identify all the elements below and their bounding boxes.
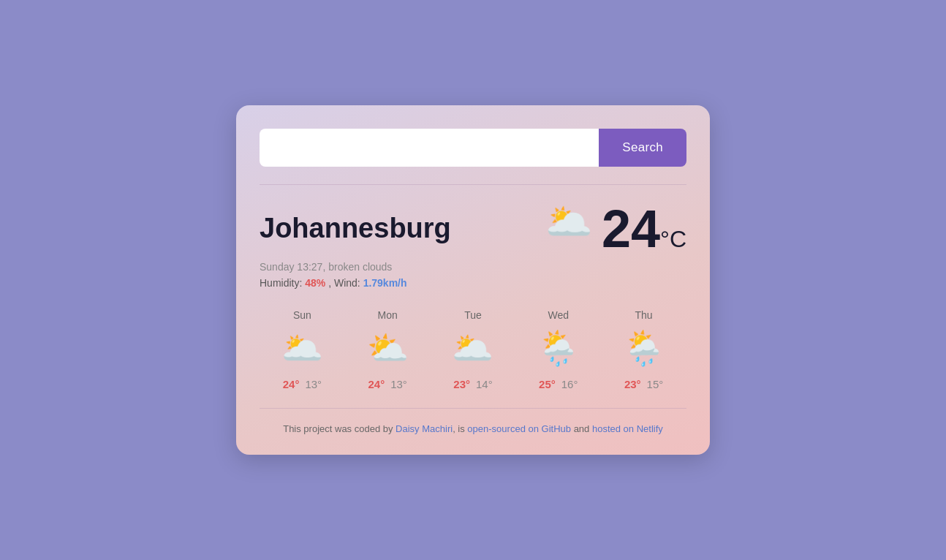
- forecast-temps: 24° 13°: [283, 378, 322, 390]
- footer: This project was coded by Daisy Machiri,…: [260, 423, 686, 434]
- current-weather-icon: 🌥️: [545, 203, 593, 241]
- city-name: Johannesburg: [260, 213, 451, 244]
- day-label: Sun: [293, 309, 311, 321]
- github-link[interactable]: open-sourced on GitHub: [467, 423, 571, 434]
- weather-card: Johannesburg Search Johannesburg 🌥️ 24°C…: [236, 105, 710, 455]
- temperature-value: 24: [602, 200, 660, 258]
- footer-text-middle: , is: [453, 423, 467, 434]
- forecast-high: 23°: [453, 378, 470, 390]
- search-input[interactable]: Johannesburg: [260, 129, 599, 167]
- forecast-high: 24°: [368, 378, 385, 390]
- day-label: Mon: [378, 309, 398, 321]
- day-label: Tue: [464, 309, 482, 321]
- search-button[interactable]: Search: [599, 129, 686, 167]
- forecast-high: 25°: [539, 378, 556, 390]
- city-info: Johannesburg: [260, 213, 451, 244]
- weather-description: Sunday 13:27, broken clouds: [260, 261, 686, 273]
- temperature-unit: °C: [660, 226, 686, 252]
- humidity-value: 48%: [305, 277, 325, 289]
- footer-text-before: This project was coded by: [283, 423, 396, 434]
- forecast-temps: 25° 16°: [539, 378, 578, 390]
- day-label: Thu: [635, 309, 653, 321]
- forecast-day-tue: Tue 🌥️ 23° 14°: [431, 309, 516, 390]
- forecast-low: 13°: [305, 378, 322, 390]
- forecast-low: 14°: [476, 378, 493, 390]
- forecast-row: Sun 🌥️ 24° 13° Mon ⛅ 24° 13° Tue 🌥️ 23° …: [260, 309, 686, 390]
- forecast-icon: 🌦️: [537, 331, 579, 365]
- forecast-high: 24°: [283, 378, 300, 390]
- day-label: Wed: [548, 309, 570, 321]
- weather-header: Johannesburg 🌥️ 24°C: [260, 203, 686, 255]
- wind-value: 1.79km/h: [363, 277, 407, 289]
- divider-top: [260, 184, 686, 185]
- author-link[interactable]: Daisy Machiri: [396, 423, 453, 434]
- forecast-low: 15°: [647, 378, 664, 390]
- temperature-display: 🌥️ 24°C: [545, 203, 686, 255]
- forecast-day-sun: Sun 🌥️ 24° 13°: [260, 309, 345, 390]
- forecast-high: 23°: [624, 378, 641, 390]
- forecast-temps: 23° 14°: [453, 378, 492, 390]
- temp-number-unit: 24°C: [602, 203, 686, 255]
- forecast-temps: 24° 13°: [368, 378, 407, 390]
- forecast-low: 16°: [561, 378, 578, 390]
- humidity-wind-row: Humidity: 48% , Wind: 1.79km/h: [260, 277, 686, 289]
- forecast-temps: 23° 15°: [624, 378, 663, 390]
- humidity-label: Humidity:: [260, 277, 305, 289]
- netlify-link[interactable]: hosted on Netlify: [592, 423, 663, 434]
- forecast-icon: ⛅: [367, 331, 409, 365]
- search-row: Johannesburg Search: [260, 129, 686, 167]
- forecast-icon: 🌦️: [623, 331, 665, 365]
- divider-bottom: [260, 408, 686, 409]
- forecast-icon: 🌥️: [281, 331, 323, 365]
- forecast-icon: 🌥️: [452, 331, 493, 365]
- forecast-day-wed: Wed 🌦️ 25° 16°: [515, 309, 601, 390]
- forecast-low: 13°: [390, 378, 407, 390]
- wind-label: , Wind:: [328, 277, 363, 289]
- footer-text-and: and: [571, 423, 592, 434]
- forecast-day-thu: Thu 🌦️ 23° 15°: [601, 309, 686, 390]
- forecast-day-mon: Mon ⛅ 24° 13°: [345, 309, 431, 390]
